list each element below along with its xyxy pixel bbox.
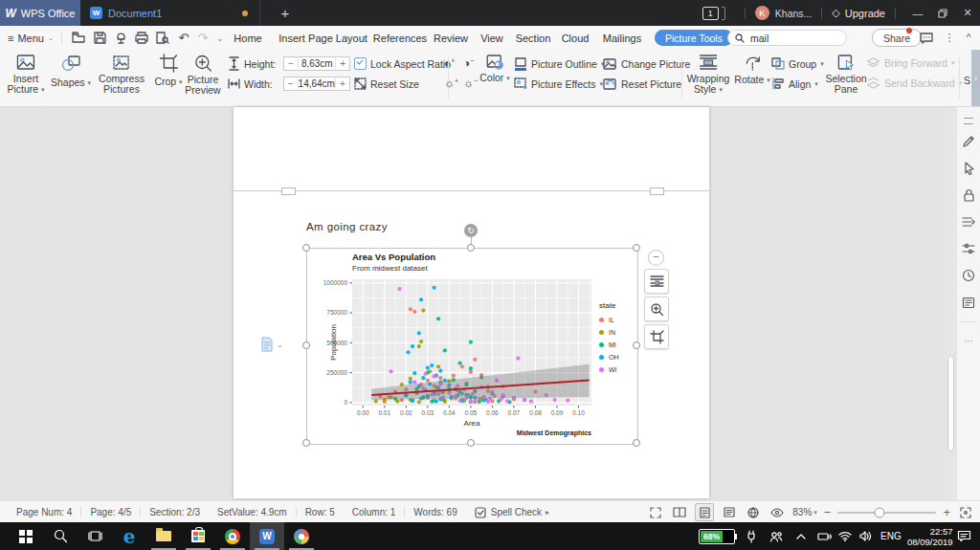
user-name[interactable]: Khans... bbox=[775, 8, 813, 19]
reset-picture-button[interactable]: Reset Picture bbox=[603, 77, 681, 91]
user-avatar[interactable]: K bbox=[755, 6, 769, 20]
tab-picture-tools-active[interactable]: Picture Tools bbox=[655, 30, 733, 46]
outline-view-button[interactable] bbox=[721, 504, 738, 520]
edit-pen-icon[interactable] bbox=[957, 130, 980, 153]
settings-sliders-icon[interactable] bbox=[957, 237, 980, 260]
chrome-taskbar-icon[interactable] bbox=[215, 522, 250, 550]
eye-protect-view-button[interactable] bbox=[768, 504, 786, 520]
contents-book-icon[interactable] bbox=[957, 291, 980, 314]
tab-cloud[interactable]: Cloud bbox=[562, 26, 590, 50]
sidebar-more-icon[interactable]: ··· bbox=[957, 329, 980, 352]
store-taskbar-icon[interactable] bbox=[181, 522, 215, 550]
tab-insert[interactable]: Insert bbox=[278, 26, 305, 50]
crop-button[interactable]: Crop ▾ bbox=[154, 54, 182, 87]
vertical-scrollbar-thumb[interactable] bbox=[947, 356, 954, 451]
close-button[interactable]: ✕ bbox=[955, 0, 980, 26]
command-search-box[interactable] bbox=[727, 30, 847, 46]
tab-review[interactable]: Review bbox=[434, 26, 468, 50]
picture-preview-button[interactable]: PicturePreview bbox=[185, 54, 220, 96]
redo-icon[interactable]: ↷ bbox=[193, 26, 212, 50]
collapse-ribbon-icon[interactable]: ^ bbox=[959, 26, 978, 50]
volume-tray-icon[interactable] bbox=[859, 522, 872, 550]
insert-picture-button[interactable]: Insert Picture ▾ bbox=[7, 54, 44, 95]
height-increment-button[interactable]: + bbox=[335, 58, 349, 69]
people-tray-icon[interactable] bbox=[769, 522, 783, 550]
minimize-button[interactable]: — bbox=[905, 0, 930, 26]
fit-page-button[interactable] bbox=[957, 504, 974, 520]
battery-indicator[interactable]: 68% bbox=[699, 522, 735, 550]
share-button[interactable]: Share bbox=[872, 29, 922, 47]
wps-office-tab[interactable]: W WPS Office bbox=[0, 0, 80, 26]
page-view-button-active[interactable] bbox=[695, 503, 714, 521]
restore-button[interactable] bbox=[930, 0, 955, 26]
edge-taskbar-icon[interactable]: e bbox=[112, 522, 146, 550]
search-input[interactable] bbox=[748, 32, 829, 45]
paragraph-text[interactable]: Am going crazy bbox=[306, 221, 388, 232]
picture-outline-button[interactable]: Picture Outline ▾ bbox=[514, 57, 604, 71]
reset-size-button[interactable]: Reset Size bbox=[354, 77, 419, 90]
decrease-contrast-button[interactable]: ◑− bbox=[463, 57, 474, 69]
resize-handle-sw[interactable] bbox=[302, 439, 310, 447]
height-stepper[interactable]: − 8,63cm + bbox=[283, 56, 350, 71]
crop-picture-float-button[interactable] bbox=[644, 324, 669, 349]
taskbar-search-button[interactable] bbox=[43, 522, 78, 550]
align-button[interactable]: Align ▾ bbox=[771, 77, 818, 90]
resize-handle-n[interactable] bbox=[467, 244, 475, 252]
tab-references[interactable]: References bbox=[373, 26, 427, 50]
zoom-picture-float-button[interactable] bbox=[644, 297, 669, 321]
tray-expand-chevron[interactable] bbox=[796, 522, 806, 550]
wps-taskbar-icon-active[interactable]: W bbox=[250, 522, 284, 550]
decrease-brightness-button[interactable]: ☼− bbox=[463, 77, 478, 89]
rotate-handle[interactable]: ↻ bbox=[464, 224, 478, 237]
wrap-text-float-button[interactable] bbox=[644, 269, 669, 294]
tab-section[interactable]: Section bbox=[516, 26, 551, 50]
new-tab-button[interactable]: + bbox=[274, 0, 297, 26]
resize-handle-e[interactable] bbox=[633, 341, 640, 349]
document-tab[interactable]: W Document1 bbox=[80, 0, 260, 26]
language-indicator[interactable]: ENG bbox=[880, 522, 902, 550]
open-file-icon[interactable] bbox=[69, 26, 88, 50]
height-value[interactable]: 8,63cm bbox=[299, 58, 335, 69]
window-count-badge[interactable]: 1 bbox=[702, 7, 719, 20]
increase-contrast-button[interactable]: ◐+ bbox=[444, 57, 455, 69]
compress-pictures-button[interactable]: CompressPictures bbox=[99, 54, 145, 95]
selection-pane-button[interactable]: SelectionPane bbox=[825, 54, 866, 95]
action-center-button[interactable]: 1 bbox=[957, 522, 980, 550]
ribbon-expand-arrow[interactable]: › bbox=[971, 50, 980, 106]
comment-icon[interactable] bbox=[917, 26, 936, 50]
two-page-view-button[interactable] bbox=[671, 504, 688, 520]
clock-tray[interactable]: 22:57 08/09/2019 bbox=[907, 522, 953, 550]
color-button[interactable]: Color ▾ bbox=[479, 54, 510, 83]
history-clock-icon[interactable] bbox=[957, 264, 980, 287]
picture-effects-button[interactable]: Picture Effects ▾ bbox=[514, 77, 603, 91]
zoom-slider[interactable] bbox=[837, 512, 936, 514]
group-button[interactable]: Group ▾ bbox=[771, 57, 824, 70]
lock-aspect-ratio-checkbox[interactable]: Lock Aspect Ratio bbox=[354, 57, 451, 70]
file-explorer-taskbar-icon[interactable] bbox=[146, 522, 181, 550]
more-options-icon[interactable]: ⋮ bbox=[940, 26, 959, 50]
tab-mailings[interactable]: Mailings bbox=[603, 26, 641, 50]
rotate-button[interactable]: Rotate ▾ bbox=[734, 54, 769, 85]
width-value[interactable]: 14,64cm bbox=[299, 78, 335, 89]
select-cursor-icon[interactable] bbox=[957, 157, 980, 180]
outline-list-icon[interactable] bbox=[957, 210, 980, 233]
sidebar-drag-handle[interactable] bbox=[957, 109, 980, 132]
resize-handle-se[interactable] bbox=[633, 439, 640, 447]
power-tray-icon[interactable] bbox=[817, 522, 832, 550]
change-picture-button[interactable]: Change Picture bbox=[603, 57, 690, 71]
collapse-picture-toolbar-button[interactable]: − bbox=[648, 250, 664, 266]
zoom-out-button[interactable]: − bbox=[824, 505, 832, 519]
width-increment-button[interactable]: + bbox=[335, 78, 349, 89]
zoom-slider-knob[interactable] bbox=[874, 507, 884, 517]
print-icon[interactable] bbox=[132, 26, 151, 50]
wrapping-style-button[interactable]: Wrapping Style ▾ bbox=[687, 54, 730, 95]
lock-icon[interactable] bbox=[957, 184, 980, 207]
toolbar-more-icon[interactable]: ⌄ bbox=[211, 26, 230, 50]
undo-icon[interactable]: ↶ bbox=[174, 26, 193, 50]
paint-taskbar-icon[interactable] bbox=[284, 522, 319, 550]
increase-brightness-button[interactable]: ☼+ bbox=[444, 77, 458, 89]
upgrade-button[interactable]: ◇ Upgrade bbox=[832, 7, 885, 19]
fullscreen-view-button[interactable] bbox=[647, 504, 664, 520]
height-decrement-button[interactable]: − bbox=[284, 58, 299, 69]
tab-page-layout[interactable]: Page Layout bbox=[308, 26, 368, 50]
